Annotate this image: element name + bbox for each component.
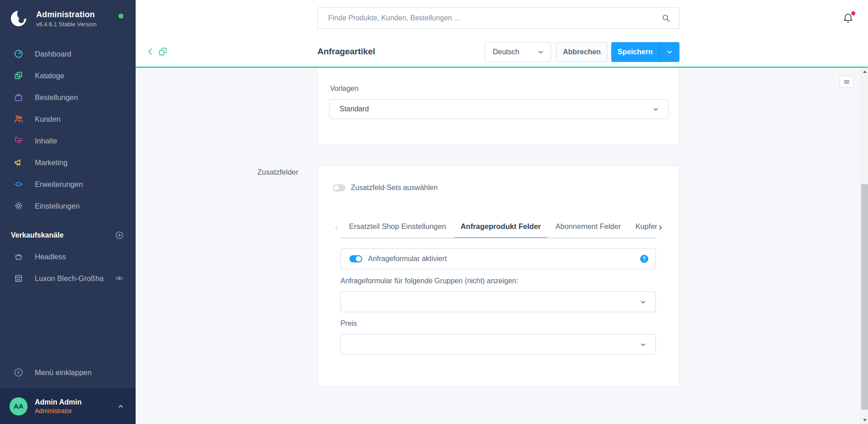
main-nav: Dashboard Kataloge Bestellungen K xyxy=(0,43,136,217)
language-value: Deutsch xyxy=(493,48,537,56)
app-header: Administration v6.4.6.1 Stable Version xyxy=(0,0,136,35)
sidebar-item-label: Bestellungen xyxy=(35,93,78,102)
channel-label: Luxon Blech-Großhandel ... xyxy=(35,274,104,283)
sales-channels-heading: Verkaufskanäle xyxy=(0,229,136,241)
collapse-menu-button[interactable]: Menü einklappen xyxy=(0,362,136,383)
form-enabled-label: Anfrageformular aktiviert xyxy=(368,255,634,263)
content-area: Vorlagen Standard Zusatzfelder Zusatzfel… xyxy=(136,68,868,424)
user-name: Admin Admin xyxy=(35,398,109,406)
scrollbar-up-button[interactable] xyxy=(861,68,868,76)
tab-anfrageprodukt-felder[interactable]: Anfrageprodukt Felder xyxy=(455,215,547,238)
tab-kupfer-messing[interactable]: Kupfer- & Messi xyxy=(629,215,657,238)
sidebar-item-bestellungen[interactable]: Bestellungen xyxy=(0,86,136,108)
sidebar-item-label: Marketing xyxy=(35,158,67,167)
sidebar-item-kunden[interactable]: Kunden xyxy=(0,108,136,130)
custom-field-sets-toggle-label: Zusatzfeld-Sets auswählen xyxy=(351,184,438,192)
notifications-button[interactable] xyxy=(842,12,855,25)
sidebar-item-label: Einstellungen xyxy=(35,202,80,210)
sidebar-item-erweiterungen[interactable]: Erweiterungen xyxy=(0,173,136,195)
chevron-down-icon xyxy=(640,299,656,305)
groups-label: Anfrageformular für folgende Gruppen (ni… xyxy=(340,277,518,285)
sidebar-item-label: Erweiterungen xyxy=(35,180,83,189)
scrollbar-down-button[interactable] xyxy=(861,416,868,424)
settings-icon xyxy=(14,201,24,211)
user-menu[interactable]: AA Admin Admin Administrator xyxy=(0,388,136,424)
topbar xyxy=(136,0,868,36)
notification-badge xyxy=(851,11,855,15)
search-input[interactable] xyxy=(318,14,661,22)
chevron-down-icon xyxy=(652,106,668,113)
channel-label: Headless xyxy=(35,252,124,261)
sales-channels-title: Verkaufskanäle xyxy=(11,231,115,239)
tabs-scroll-right-button[interactable] xyxy=(657,222,664,233)
storefront-icon xyxy=(14,273,24,283)
status-dot xyxy=(118,14,123,19)
help-icon[interactable]: ? xyxy=(640,255,648,263)
sidebar-item-label: Inhalte xyxy=(35,137,57,145)
groups-select[interactable] xyxy=(340,291,656,312)
sidebar-item-luxon[interactable]: Luxon Blech-Großhandel ... xyxy=(0,267,136,289)
global-search[interactable] xyxy=(317,7,679,29)
custom-fields-section-label: Zusatzfelder xyxy=(136,168,298,176)
templates-label: Vorlagen xyxy=(330,85,359,93)
templates-select-value: Standard xyxy=(330,105,652,113)
shopware-logo-icon xyxy=(9,8,29,28)
form-enabled-toggle[interactable] xyxy=(349,255,362,262)
tab-abonnement-felder[interactable]: Abonnement Felder xyxy=(550,215,627,238)
collapse-icon xyxy=(14,367,24,377)
search-icon[interactable] xyxy=(661,13,679,23)
avatar: AA xyxy=(9,397,28,415)
marketing-icon xyxy=(14,157,24,167)
eye-icon[interactable] xyxy=(115,274,124,283)
language-select[interactable]: Deutsch xyxy=(485,42,551,62)
price-select[interactable] xyxy=(340,334,656,355)
price-label: Preis xyxy=(340,319,357,328)
tabs-scroll-left-button[interactable] xyxy=(333,222,340,233)
sidebar-item-dashboard[interactable]: Dashboard xyxy=(0,43,136,65)
chevron-down-icon xyxy=(537,48,544,56)
sidebar-item-marketing[interactable]: Marketing xyxy=(0,152,136,173)
sidebar-item-einstellungen[interactable]: Einstellungen xyxy=(0,195,136,217)
app-version: v6.4.6.1 Stable Version xyxy=(36,21,97,28)
chevron-down-icon xyxy=(640,341,656,348)
sidebar: Administration v6.4.6.1 Stable Version D… xyxy=(0,0,136,424)
content-icon xyxy=(14,136,24,146)
dashboard-icon xyxy=(14,49,24,59)
duplicate-icon[interactable] xyxy=(157,46,168,57)
collapse-label: Menü einklappen xyxy=(35,368,92,377)
add-sales-channel-button[interactable] xyxy=(115,231,124,240)
save-options-button[interactable] xyxy=(659,42,679,62)
templates-select[interactable]: Standard xyxy=(329,99,669,119)
scrollbar-thumb[interactable] xyxy=(861,184,868,410)
page-title: Anfrageartikel xyxy=(317,47,375,57)
save-button[interactable]: Speichern xyxy=(611,42,659,62)
custom-fields-card: Zusatzfeld-Sets auswählen Ersatzteil Sho… xyxy=(317,166,679,387)
sidebar-item-label: Kataloge xyxy=(35,71,64,80)
catalogues-icon xyxy=(14,71,24,81)
sidebar-item-kataloge[interactable]: Kataloge xyxy=(0,65,136,86)
sidebar-item-inhalte[interactable]: Inhalte xyxy=(0,130,136,152)
extensions-icon xyxy=(14,179,24,189)
tab-strip: Ersatzteil Shop Einstellungen Anfragepro… xyxy=(340,215,657,238)
tab-ersatzteil-shop-einstellungen[interactable]: Ersatzteil Shop Einstellungen xyxy=(343,215,452,238)
custom-field-sets-toggle-row: Zusatzfeld-Sets auswählen xyxy=(333,184,438,192)
chevron-up-icon xyxy=(117,402,125,410)
back-button[interactable] xyxy=(146,47,156,57)
basket-icon xyxy=(14,252,24,262)
context-menu-button[interactable] xyxy=(840,76,854,88)
orders-icon xyxy=(14,92,24,102)
smartbar: Anfrageartikel Deutsch Abbrechen Speiche… xyxy=(136,36,868,68)
user-role: Administrator xyxy=(35,407,109,414)
customers-icon xyxy=(14,114,24,124)
sidebar-item-label: Dashboard xyxy=(35,50,71,58)
form-enabled-field: Anfrageformular aktiviert ? xyxy=(340,248,656,269)
save-button-group: Speichern xyxy=(611,42,679,62)
app-title: Administration xyxy=(36,10,97,19)
sidebar-item-label: Kunden xyxy=(35,115,61,124)
sidebar-item-headless[interactable]: Headless xyxy=(0,246,136,267)
scrollbar[interactable] xyxy=(860,68,868,424)
cancel-button[interactable]: Abbrechen xyxy=(556,42,608,62)
templates-card: Vorlagen Standard xyxy=(317,68,679,145)
custom-field-sets-toggle[interactable] xyxy=(333,184,345,191)
